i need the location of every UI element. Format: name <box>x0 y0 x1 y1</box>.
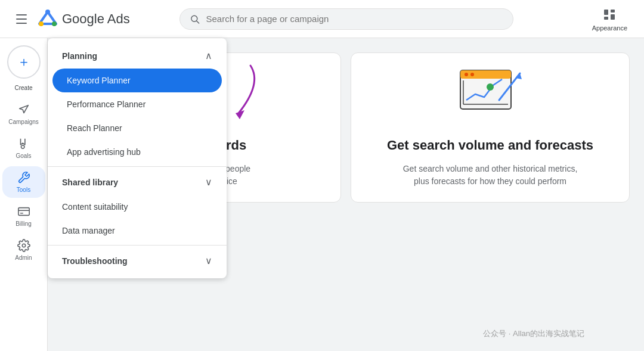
svg-point-1 <box>52 21 57 26</box>
hamburger-button[interactable] <box>10 7 33 31</box>
search-input-wrap[interactable] <box>179 8 513 30</box>
sidebar-item-goals-label: Goals <box>16 153 31 159</box>
sidebar-item-campaigns[interactable]: Campaigns <box>2 98 45 130</box>
create-label: Create <box>14 85 32 91</box>
menu-item-data-manager[interactable]: Data manager <box>48 219 227 243</box>
svg-rect-10 <box>18 208 29 216</box>
troubleshooting-chevron-icon: ∨ <box>205 255 212 266</box>
hamburger-icon <box>16 14 27 24</box>
appearance-icon <box>601 7 618 23</box>
svg-line-4 <box>197 21 199 23</box>
appearance-button[interactable]: Appearance <box>585 2 634 36</box>
svg-point-9 <box>21 145 24 149</box>
svg-rect-6 <box>611 10 615 13</box>
svg-point-25 <box>487 83 494 91</box>
logo-text: Google Ads <box>62 11 130 27</box>
dropdown-menu: Planning ∧ Keyword Planner Performance P… <box>48 38 227 278</box>
sidebar-item-tools-label: Tools <box>17 187 30 193</box>
header: Google Ads Appearance <box>0 0 644 38</box>
tools-icon <box>17 171 30 184</box>
svg-rect-7 <box>604 17 608 20</box>
billing-icon <box>17 205 30 218</box>
planning-section-title: Planning <box>62 51 97 61</box>
menu-item-performance-planner[interactable]: Performance Planner <box>48 92 227 116</box>
svg-rect-5 <box>604 10 608 15</box>
svg-point-24 <box>470 73 474 76</box>
svg-point-23 <box>465 73 468 76</box>
sidebar-item-goals[interactable]: Goals <box>2 132 45 164</box>
svg-rect-8 <box>611 14 615 20</box>
logo-area: Google Ads <box>38 10 130 29</box>
svg-point-0 <box>39 21 44 26</box>
goals-icon <box>17 137 30 150</box>
planning-chevron-icon: ∧ <box>205 50 212 61</box>
menu-divider-1 <box>48 166 227 167</box>
troubleshooting-section-header[interactable]: Troubleshooting ∨ <box>48 248 227 274</box>
shared-library-section-header[interactable]: Shared library ∨ <box>48 169 227 195</box>
search-icon <box>190 14 200 24</box>
sidebar: ＋ Create Campaigns Goals Tools <box>0 38 48 351</box>
google-ads-logo-icon <box>38 10 57 29</box>
admin-icon <box>17 239 30 252</box>
planning-section-header[interactable]: Planning ∧ <box>48 43 227 69</box>
sidebar-item-billing[interactable]: Billing <box>2 200 45 232</box>
main-layout: ＋ Create Campaigns Goals Tools <box>0 38 644 351</box>
campaigns-icon <box>17 103 30 116</box>
sidebar-item-campaigns-label: Campaigns <box>8 119 39 125</box>
create-button[interactable]: ＋ <box>7 45 41 79</box>
card-search-volume: Get search volume and forecasts Get sear… <box>351 52 630 203</box>
search-bar <box>179 8 513 30</box>
chart-illustration <box>457 67 523 123</box>
sidebar-item-tools[interactable]: Tools <box>2 166 45 198</box>
menu-item-content-suitability[interactable]: Content suitability <box>48 195 227 219</box>
create-plus-icon: ＋ <box>17 55 30 69</box>
menu-item-reach-planner[interactable]: Reach Planner <box>48 116 227 140</box>
sidebar-item-admin-label: Admin <box>15 254 32 261</box>
sidebar-item-admin[interactable]: Admin <box>2 234 45 266</box>
card-search-volume-title: Get search volume and forecasts <box>387 138 593 153</box>
troubleshooting-section-title: Troubleshooting <box>62 256 128 266</box>
svg-point-13 <box>22 244 26 247</box>
shared-library-chevron-icon: ∨ <box>205 176 212 188</box>
search-input[interactable] <box>206 14 503 24</box>
svg-point-2 <box>45 10 50 14</box>
sidebar-item-billing-label: Billing <box>16 220 32 227</box>
card-search-volume-desc: Get search volume and other historical m… <box>403 163 578 188</box>
appearance-label: Appearance <box>592 24 627 32</box>
menu-item-app-advertising-hub[interactable]: App advertising hub <box>48 140 227 164</box>
menu-item-keyword-planner[interactable]: Keyword Planner <box>52 69 222 92</box>
watermark: 公众号 · Allan的出海实战笔记 <box>483 328 584 339</box>
shared-library-section-title: Shared library <box>62 178 118 187</box>
menu-divider-2 <box>48 245 227 246</box>
